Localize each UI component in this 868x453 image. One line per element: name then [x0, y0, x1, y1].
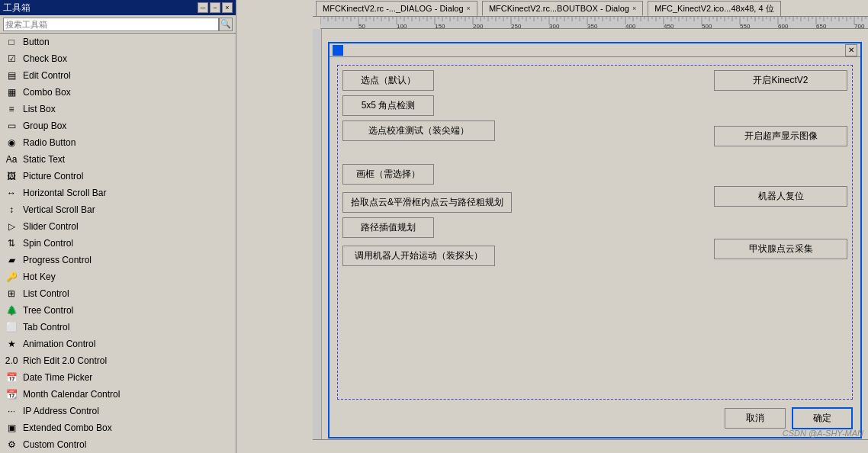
search-button[interactable]: 🔍 [219, 18, 233, 31]
picturecontrol-icon: 🖼 [5, 169, 18, 183]
ipaddress-label: IP Address Control [23, 406, 99, 416]
tab-mfc-ico[interactable]: MFC_KinectV2.ico...48x48, 4 位 [648, 1, 781, 16]
cancel-button[interactable]: 取消 [725, 408, 786, 429]
checkbox-icon: ☑ [5, 52, 18, 66]
dialog-icon [333, 45, 343, 56]
ipaddress-icon: ··· [5, 404, 18, 418]
draw-frame-button[interactable]: 画框（需选择） [342, 164, 434, 185]
search-bar: 🔍 [0, 15, 236, 34]
groupbox-label: Group Box [23, 120, 66, 131]
animationcontrol-icon: ★ [5, 337, 18, 351]
pick-pointcloud-button[interactable]: 拾取点云&平滑框内点云与路径粗规划 [342, 192, 512, 213]
vscrollbar-icon: ↕ [5, 203, 18, 217]
tab-mfckinect-dialog[interactable]: MFCKinectV2.rc -..._DIALOG - Dialog× [316, 1, 477, 16]
dialog-close-button[interactable]: ✕ [845, 44, 857, 56]
spincontrol-icon: ⇅ [5, 236, 18, 250]
sidebar-item-spincontrol[interactable]: ⇅Spin Control [0, 235, 236, 252]
robot-reset-button[interactable]: 机器人复位 [714, 186, 847, 207]
sidebar-item-button[interactable]: □Button [0, 34, 236, 50]
sidebar-item-slidercontrol[interactable]: ▷Slider Control [0, 218, 236, 235]
sidebar-item-vscrollbar[interactable]: ↕Vertical Scroll Bar [0, 201, 236, 218]
sidebar-item-animationcontrol[interactable]: ★Animation Control [0, 336, 236, 352]
svg-text:550: 550 [740, 23, 751, 29]
sidebar-item-datetimepicker[interactable]: 📅Date Time Picker [0, 369, 236, 386]
dialog-window: ✕ 选点（默认） 5x5 角点检测 选点校准测试（装尖端） [328, 42, 862, 439]
ruler: 5010015020025030035040045050055060065070… [320, 17, 868, 29]
open-ultrasound-button[interactable]: 开启超声显示图像 [714, 126, 847, 146]
tabcontrol-label: Tab Control [23, 322, 69, 333]
sidebar-minimize-button[interactable]: − [210, 2, 220, 13]
search-input[interactable] [3, 18, 219, 31]
svg-text:450: 450 [664, 23, 674, 29]
sidebar-item-listbox[interactable]: ≡List Box [0, 101, 236, 117]
sidebar-item-hscrollbar[interactable]: ↔Horizontal Scroll Bar [0, 185, 236, 201]
select-default-button[interactable]: 选点（默认） [342, 70, 434, 91]
svg-text:150: 150 [435, 23, 445, 29]
ruler-ticks: 5010015020025030035040045050055060065070… [320, 17, 868, 29]
treecontrol-icon: 🌲 [5, 304, 18, 317]
sidebar-item-picturecontrol[interactable]: 🖼Picture Control [0, 168, 236, 185]
checkbox-label: Check Box [23, 53, 67, 64]
svg-text:600: 600 [778, 23, 789, 29]
sidebar-item-combobox[interactable]: ▦Combo Box [0, 84, 236, 101]
tab-mfckinect-boutbox[interactable]: MFCKinectV2.rc...BOUTBOX - Dialog× [482, 1, 643, 16]
sidebar-item-richedit[interactable]: 2.0Rich Edit 2.0 Control [0, 352, 236, 369]
open-kinectv2-button[interactable]: 开启KinectV2 [714, 70, 847, 91]
ok-button[interactable]: 确定 [792, 407, 853, 429]
toolbox-list: □Button☑Check Box▤Edit Control▦Combo Box… [0, 34, 236, 453]
tab-label-mfckinect-dialog: MFCKinectV2.rc -..._DIALOG - Dialog [323, 4, 464, 13]
customcontrol-icon: ⚙ [5, 438, 18, 451]
tab-label-mfckinect-boutbox: MFCKinectV2.rc...BOUTBOX - Dialog [489, 4, 629, 13]
sidebar-item-customcontrol[interactable]: ⚙Custom Control [0, 436, 236, 453]
sidebar-item-editcontrol[interactable]: ▤Edit Control [0, 67, 236, 84]
thyroid-collect-button[interactable]: 甲状腺点云采集 [714, 239, 847, 259]
sidebar-item-listcontrol[interactable]: ⊞List Control [0, 285, 236, 302]
tab-close-mfckinect-dialog[interactable]: × [467, 5, 471, 12]
svg-text:50: 50 [358, 23, 365, 29]
sidebar-title-bar: 工具箱 ─ − × [0, 0, 236, 15]
spincontrol-label: Spin Control [23, 238, 73, 249]
sidebar-pin-button[interactable]: ─ [198, 2, 208, 13]
vscrollbar-label: Vertical Scroll Bar [23, 204, 95, 215]
sidebar-item-groupbox[interactable]: ▭Group Box [0, 117, 236, 134]
svg-text:650: 650 [816, 23, 827, 29]
picturecontrol-label: Picture Control [23, 171, 83, 182]
sidebar-item-monthcalendar[interactable]: 📆Month Calendar Control [0, 386, 236, 403]
tab-bar: MFCKinectV2.rc -..._DIALOG - Dialog×MFCK… [313, 0, 868, 17]
sidebar-close-button[interactable]: × [222, 2, 233, 13]
combobox-label: Combo Box [23, 87, 71, 98]
invoke-robot-button[interactable]: 调用机器人开始运动（装探头） [342, 246, 495, 266]
path-interp-button[interactable]: 路径插值规划 [342, 217, 434, 238]
svg-text:700: 700 [854, 23, 865, 29]
svg-text:200: 200 [473, 23, 484, 29]
sidebar-item-treecontrol[interactable]: 🌲Tree Control [0, 302, 236, 319]
combobox-icon: ▦ [5, 85, 18, 99]
slidercontrol-icon: ▷ [5, 220, 18, 233]
dialog-bottom-row: 取消 确定 [337, 407, 853, 429]
svg-text:350: 350 [587, 23, 598, 29]
slidercontrol-label: Slider Control [23, 221, 79, 232]
sidebar-item-checkbox[interactable]: ☑Check Box [0, 50, 236, 67]
tab-close-mfckinect-boutbox[interactable]: × [632, 5, 636, 12]
dialog-body: 选点（默认） 5x5 角点检测 选点校准测试（装尖端） 画框（需选择） [330, 57, 860, 437]
listbox-icon: ≡ [5, 102, 18, 116]
sidebar-item-extcombobox[interactable]: ▣Extended Combo Box [0, 419, 236, 436]
svg-text:100: 100 [397, 23, 407, 29]
select-calibrate-button[interactable]: 选点校准测试（装尖端） [342, 120, 495, 141]
datetimepicker-label: Date Time Picker [23, 372, 92, 383]
sidebar-item-progresscontrol[interactable]: ▰Progress Control [0, 252, 236, 268]
editcontrol-label: Edit Control [23, 70, 71, 81]
sidebar-item-hotkey[interactable]: 🔑Hot Key [0, 268, 236, 285]
sidebar-item-radiobutton[interactable]: ◉Radio Button [0, 134, 236, 151]
sidebar-item-statictext[interactable]: AaStatic Text [0, 151, 236, 168]
sidebar-item-ipaddress[interactable]: ···IP Address Control [0, 403, 236, 419]
corner-5x5-button[interactable]: 5x5 角点检测 [342, 95, 434, 116]
statictext-icon: Aa [5, 153, 18, 166]
tabcontrol-icon: ⬜ [5, 320, 18, 334]
groupbox-icon: ▭ [5, 119, 18, 133]
treecontrol-label: Tree Control [23, 305, 73, 316]
sidebar-item-tabcontrol[interactable]: ⬜Tab Control [0, 319, 236, 336]
extcombobox-label: Extended Combo Box [23, 422, 112, 433]
svg-text:500: 500 [702, 23, 712, 29]
radiobutton-icon: ◉ [5, 136, 18, 149]
